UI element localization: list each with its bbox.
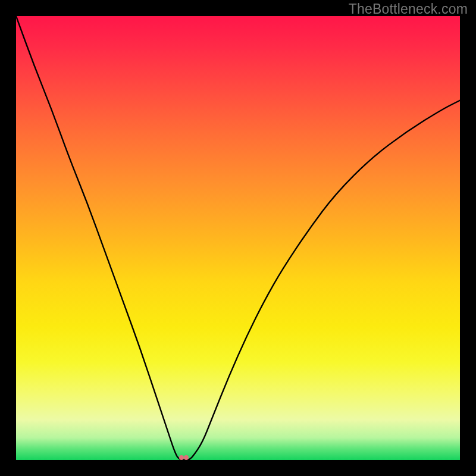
bottleneck-curve [16,16,460,460]
vertex-marker-1 [179,455,184,460]
watermark-text: TheBottleneck.com [349,1,468,17]
vertex-marker-2 [184,455,189,460]
chart-frame: TheBottleneck.com [0,0,476,476]
plot-area [16,16,460,460]
